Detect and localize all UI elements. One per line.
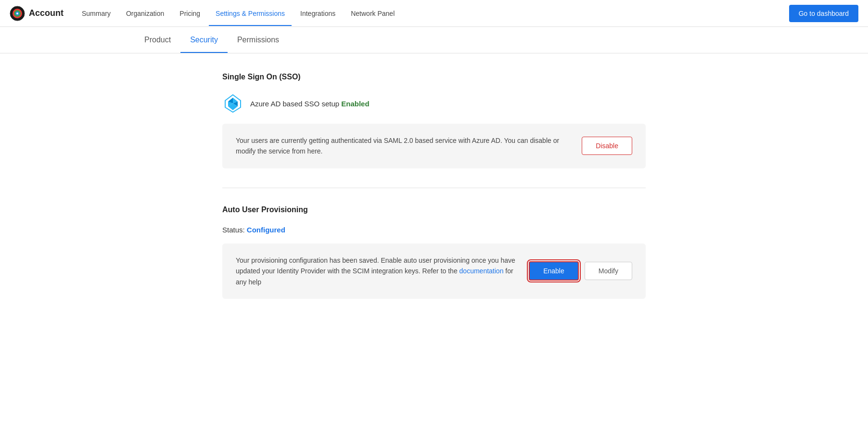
provisioning-status-value: Configured (247, 226, 285, 234)
nav-item-network[interactable]: Network Panel (344, 1, 401, 26)
provisioning-actions: Enable Modify (529, 261, 632, 281)
tab-product[interactable]: Product (135, 27, 180, 53)
nav-item-settings[interactable]: Settings & Permissions (209, 1, 292, 26)
logo-icon (10, 6, 25, 21)
provisioning-title: Auto User Provisioning (222, 205, 646, 214)
tab-security[interactable]: Security (180, 27, 228, 53)
sso-section: Single Sign On (SSO) Azure AD based SSO … (222, 73, 646, 168)
provisioning-info-box: Your provisioning configuration has been… (222, 243, 646, 299)
logo-title: Account (29, 8, 64, 18)
provisioning-status-row: Status: Configured (222, 226, 646, 234)
tab-permissions[interactable]: Permissions (228, 27, 289, 53)
nav-items: Summary Organization Pricing Settings & … (75, 1, 789, 26)
go-to-dashboard-button[interactable]: Go to dashboard (789, 5, 858, 22)
svg-point-4 (16, 13, 18, 14)
nav-item-organization[interactable]: Organization (119, 1, 171, 26)
sso-info-text: Your users are currently getting authent… (236, 135, 570, 157)
section-divider (222, 188, 646, 188)
disable-button[interactable]: Disable (582, 137, 632, 155)
documentation-link[interactable]: documentation (460, 267, 504, 275)
sso-provider-row: Azure AD based SSO setup Enabled (222, 93, 646, 114)
main-content: Single Sign On (SSO) Azure AD based SSO … (193, 53, 675, 337)
sub-navigation: Product Security Permissions (0, 27, 868, 53)
sso-status-enabled: Enabled (341, 100, 369, 108)
azure-ad-icon (222, 93, 243, 114)
nav-item-integrations[interactable]: Integrations (294, 1, 342, 26)
modify-button[interactable]: Modify (585, 262, 632, 280)
top-navigation: Account Summary Organization Pricing Set… (0, 0, 868, 27)
sso-title: Single Sign On (SSO) (222, 73, 646, 81)
sso-info-box: Your users are currently getting authent… (222, 124, 646, 168)
enable-button[interactable]: Enable (529, 261, 579, 281)
nav-item-summary[interactable]: Summary (75, 1, 117, 26)
nav-item-pricing[interactable]: Pricing (173, 1, 207, 26)
provisioning-info-text: Your provisioning configuration has been… (236, 255, 517, 287)
sso-provider-text: Azure AD based SSO setup Enabled (250, 100, 370, 108)
provisioning-section: Auto User Provisioning Status: Configure… (222, 205, 646, 299)
logo-area: Account (10, 6, 64, 21)
